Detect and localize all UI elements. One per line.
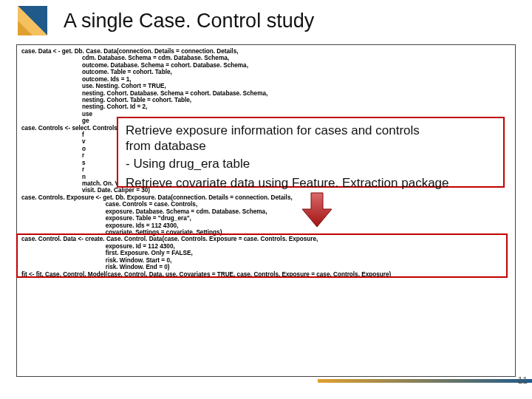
callout-line1: Retrieve exposure information for cases … [126,123,496,138]
slide-number: 11 [518,375,528,386]
brand-logo [16,4,49,37]
callout-box: Retrieve exposure information for cases … [117,117,505,188]
callout-line3: Retrieve covariate data using Feature. E… [126,175,496,191]
callout-line2: from database [126,138,496,154]
callout-bullet: - Using drug_era table [126,156,496,171]
arrow-icon [301,191,333,228]
code-box: case. Data < - get. Db. Case. Data(conne… [16,44,516,377]
slide-title: A single Case. Control study [64,10,314,33]
footer-accent [318,379,532,383]
